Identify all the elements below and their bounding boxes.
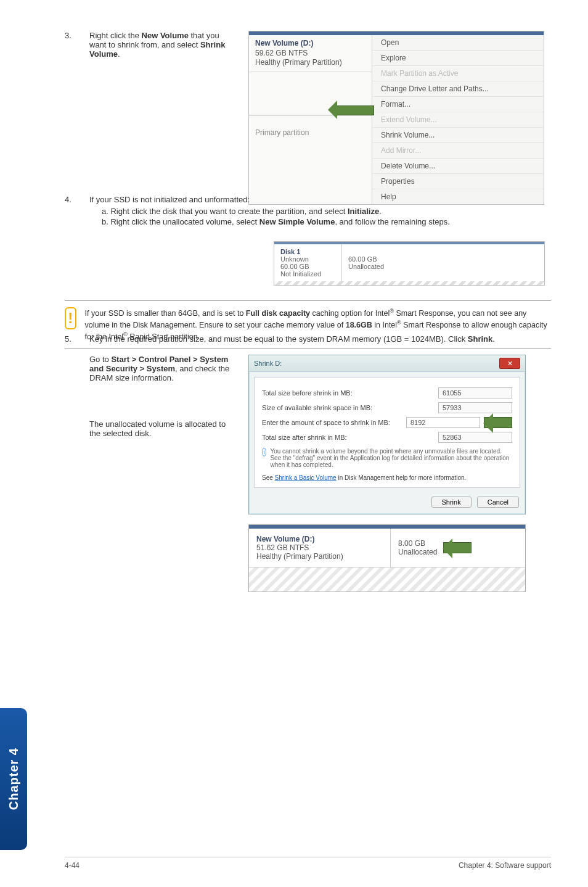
reg-mark: ® (397, 320, 401, 326)
txt: . (492, 334, 495, 344)
disk1-status: Not Initialized (280, 270, 321, 278)
nv-status: Healthy (Primary Partition) (256, 552, 343, 561)
txt: . (379, 207, 382, 216)
disk1-title: Disk 1 (280, 248, 300, 255)
page-number: 4-44 (65, 861, 80, 870)
nv-title: New Volume (D:) (256, 535, 314, 543)
info-text: You cannot shrink a volume beyond the po… (270, 448, 512, 468)
txt-bold: Shrink (468, 334, 492, 344)
value-total-before: 61055 (438, 387, 512, 398)
disk1-screenshot: Disk 1 Unknown 60.00 GB Not Initialized … (274, 241, 545, 286)
disk1-unallocated: Unallocated (348, 263, 384, 270)
txt-bold: 18.6GB (346, 321, 372, 329)
menu-delete-volume[interactable]: Delete Volume... (372, 159, 544, 174)
menu-mark-partition: Mark Partition as Active (372, 66, 544, 81)
arrow-icon (443, 542, 472, 553)
txt: See (262, 474, 275, 481)
menu-add-mirror: Add Mirror... (372, 143, 544, 159)
menu-shrink-volume[interactable]: Shrink Volume... (372, 128, 544, 143)
step-5-text: Key in the required partition size, and … (89, 334, 551, 344)
step-4-text: If your SSD is not initialized and unfor… (89, 195, 551, 204)
step-3-text: Right click the New Volume that you want… (89, 31, 237, 59)
step-4-number: 4. (65, 195, 89, 228)
txt-bold: Initialize (348, 207, 379, 216)
step-4a: a. Right click the disk that you want to… (102, 207, 551, 216)
step-3-number: 3. (65, 31, 89, 59)
info-icon: i (262, 448, 266, 456)
volume-status: Healthy (Primary Partition) (255, 58, 342, 67)
unallocated-note: The unallocated volume is allocated to t… (89, 419, 237, 438)
disk1-unknown: Unknown (280, 255, 309, 263)
disk1-size: 60.00 GB (280, 263, 309, 270)
txt-bold: New Simple Volume (259, 217, 335, 226)
link-shrink-help[interactable]: Shrink a Basic Volume (275, 474, 337, 481)
nv-size: 51.62 GB NTFS (256, 543, 309, 552)
reg-mark: ® (390, 308, 394, 314)
label-total-after: Total size after shrink in MB: (262, 434, 347, 441)
txt: caching option for Intel (310, 309, 390, 318)
nv-unalloc-label: Unallocated (398, 548, 437, 556)
txt: If your SSD is smaller than 64GB, and is… (85, 309, 246, 318)
txt-bold: New Volume (142, 31, 189, 40)
value-available: 57933 (438, 402, 512, 413)
txt: a. Right click the disk that you want to… (102, 207, 348, 216)
goto-control-panel: Go to Start > Control Panel > System and… (89, 355, 237, 382)
arrow-icon (484, 417, 512, 428)
menu-format[interactable]: Format... (372, 97, 544, 112)
txt: Key in the required partition size, and … (89, 334, 468, 344)
cancel-button[interactable]: Cancel (477, 497, 519, 508)
txt: b. Right click the unallocated volume, s… (102, 217, 259, 226)
chapter-tab-label: Chapter 4 (7, 748, 21, 810)
volume-title: New Volume (D:) (255, 39, 313, 47)
nv-unalloc-size: 8.00 GB (398, 539, 425, 548)
txt: in Intel (372, 321, 397, 329)
menu-extend-volume: Extend Volume... (372, 112, 544, 128)
label-enter-amount: Enter the amount of space to shrink in M… (262, 419, 390, 426)
value-total-after: 52863 (438, 432, 512, 443)
menu-properties[interactable]: Properties (372, 174, 544, 189)
footer-chapter: Chapter 4: Software support (459, 861, 551, 870)
close-icon[interactable]: ✕ (499, 358, 520, 369)
dialog-title: Shrink D: (254, 360, 282, 367)
chapter-tab: Chapter 4 (0, 708, 27, 850)
shrink-button[interactable]: Shrink (431, 497, 472, 508)
step-4b: b. Right click the unallocated volume, s… (102, 217, 551, 226)
step-5-number: 5. (65, 334, 89, 344)
txt: in Disk Management help for more informa… (337, 474, 467, 481)
disk1-right-size: 60.00 GB (348, 255, 377, 263)
primary-partition-label: Primary partition (249, 115, 372, 140)
txt: . (118, 49, 120, 59)
txt: , and follow the remaining steps. (335, 217, 449, 226)
input-shrink-amount[interactable]: 8192 (406, 417, 480, 428)
context-menu-screenshot: New Volume (D:) 59.62 GB NTFS Healthy (P… (248, 31, 544, 205)
label-total-before: Total size before shrink in MB: (262, 389, 353, 397)
txt: Right click the (89, 31, 142, 40)
volume-size: 59.62 GB NTFS (255, 49, 308, 57)
label-available: Size of available shrink space in MB: (262, 404, 372, 411)
menu-explore[interactable]: Explore (372, 51, 544, 66)
menu-open[interactable]: Open (372, 35, 544, 51)
shrink-dialog: Shrink D: ✕ Total size before shrink in … (248, 355, 526, 514)
new-volume-screenshot: New Volume (D:) 51.62 GB NTFS Healthy (P… (248, 524, 526, 592)
txt: Go to (89, 355, 111, 364)
warning-icon: ! (65, 307, 76, 329)
txt-bold: Full disk capacity (246, 309, 310, 318)
menu-change-drive-letter[interactable]: Change Drive Letter and Paths... (372, 81, 544, 97)
